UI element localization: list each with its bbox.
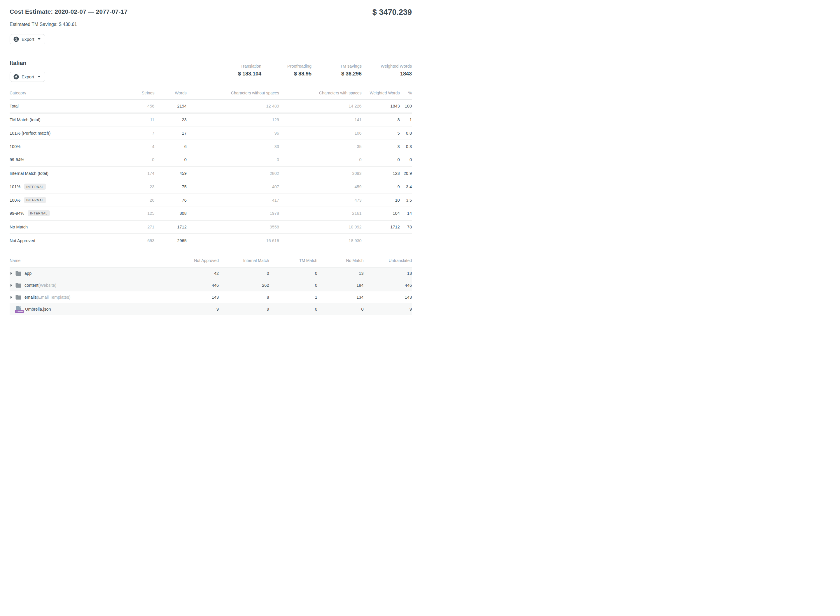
percent-cell: 0.8 [400,126,412,140]
name-cell: JSON Umbrella.json [10,303,162,315]
name-cell: content(Website) [10,279,162,291]
strings-cell: 0 [118,153,154,167]
col-header-percent: % [400,88,412,100]
percent-cell: 1 [400,113,412,126]
language-stats: Translation $ 183.104 Proofreading $ 88.… [230,60,412,77]
percent-cell: 0 [400,153,412,167]
report-header: Cost Estimate: 2020-02-07 — 2077-07-17 $… [10,0,412,17]
no-match-cell: 184 [317,279,364,291]
words-cell: 2965 [154,234,186,247]
expand-arrow-icon[interactable] [10,296,12,299]
chars-spaces-cell: 18 930 [279,234,362,247]
col-header-strings: Strings [118,88,154,100]
table-row: Not Approved 653 2965 16 616 18 930 — — [10,234,412,247]
category-table-header-row: Category Strings Words Characters withou… [10,88,412,100]
weighted-cell: 123 [362,167,400,180]
weighted-cell: 1712 [362,220,400,234]
col-header-internal-match: Internal Match [219,256,269,267]
category-cell: 101%INTERNAL [10,180,118,194]
file-name: content [25,283,38,287]
chevron-down-icon [38,76,41,78]
expand-arrow-icon[interactable] [10,272,12,275]
language-export-button[interactable]: Export [10,72,45,82]
words-cell: 0 [154,153,186,167]
folder-icon [15,283,22,288]
stat-value: $ 36.296 [330,71,362,77]
category-cell: Not Approved [10,234,118,247]
expand-arrow-icon[interactable] [10,284,12,287]
words-cell: 2194 [154,100,186,113]
export-button[interactable]: Export [10,34,45,44]
weighted-cell: 3 [362,140,400,153]
chars-no-spaces-cell: 0 [187,153,279,167]
words-cell: 308 [154,207,186,220]
not-approved-cell: 9 [162,303,219,315]
tm-match-cell: 0 [269,303,317,315]
percent-cell: 14 [400,207,412,220]
stat-proofreading: Proofreading $ 88.95 [280,64,312,77]
strings-cell: 26 [118,194,154,207]
percent-cell: 3.5 [400,194,412,207]
stat-label: Translation [230,64,261,69]
chars-spaces-cell: 10 992 [279,220,362,234]
category-cell: 100% [10,140,118,153]
chars-no-spaces-cell: 96 [187,126,279,140]
no-match-cell: 13 [317,267,364,279]
category-label: 99-94% [10,211,24,216]
chars-no-spaces-cell: 9558 [187,220,279,234]
page-title: Cost Estimate: 2020-02-07 — 2077-07-17 [10,8,128,15]
language-section-header: Italian Export Translation $ 183.104 [10,60,412,82]
col-header-category: Category [10,88,118,100]
table-row: 101%INTERNAL 23 75 407 459 9 3.4 [10,180,412,194]
internal-match-cell: 0 [219,267,269,279]
file-row-app[interactable]: app 42 0 0 13 13 [10,267,412,279]
not-approved-cell: 446 [162,279,219,291]
strings-cell: 174 [118,167,154,180]
chars-no-spaces-cell: 129 [187,113,279,126]
cost-estimate-page: Cost Estimate: 2020-02-07 — 2077-07-17 $… [0,0,420,315]
percent-cell: 20.9 [400,167,412,180]
strings-cell: 4 [118,140,154,153]
table-row: TM Match (total) 11 23 129 141 8 1 [10,113,412,126]
name-cell: emails(Email Templates) [10,291,162,303]
download-icon [13,74,19,79]
internal-match-cell: 262 [219,279,269,291]
internal-match-cell: 8 [219,291,269,303]
category-cell: Total [10,100,118,113]
col-header-name: Name [10,256,162,267]
file-row-umbrella-json[interactable]: JSON Umbrella.json 9 9 0 0 9 [10,303,412,315]
weighted-cell: — [362,234,400,247]
table-row: 99-94%INTERNAL 125 308 1978 2161 104 14 [10,207,412,220]
weighted-cell: 8 [362,113,400,126]
tm-match-cell: 1 [269,291,317,303]
category-label: 101% [10,185,21,189]
json-file-icon: JSON [16,306,22,312]
untranslated-cell: 446 [364,279,412,291]
words-cell: 75 [154,180,186,194]
file-suffix: (Email Templates) [37,295,71,299]
strings-cell: 125 [118,207,154,220]
strings-cell: 456 [118,100,154,113]
chars-spaces-cell: 14 226 [279,100,362,113]
col-header-tm-match: TM Match [269,256,317,267]
untranslated-cell: 9 [364,303,412,315]
language-title-block: Italian Export [10,60,45,82]
not-approved-cell: 143 [162,291,219,303]
file-row-emails[interactable]: emails(Email Templates) 143 8 1 134 143 [10,291,412,303]
name-cell: app [10,267,162,279]
download-icon [13,37,19,42]
percent-cell: 3.4 [400,180,412,194]
internal-match-cell: 9 [219,303,269,315]
stat-translation: Translation $ 183.104 [230,64,261,77]
untranslated-cell: 143 [364,291,412,303]
table-row: Total 456 2194 12 489 14 226 1843 100 [10,100,412,113]
file-row-content[interactable]: content(Website) 446 262 0 184 446 [10,279,412,291]
table-row: 101% (Perfect match) 7 17 96 106 5 0.8 [10,126,412,140]
tm-match-cell: 0 [269,267,317,279]
chars-no-spaces-cell: 407 [187,180,279,194]
file-suffix: (Website) [38,283,57,287]
table-row: Internal Match (total) 174 459 2802 3093… [10,167,412,180]
chars-spaces-cell: 473 [279,194,362,207]
chars-no-spaces-cell: 12 489 [187,100,279,113]
file-name: Umbrella.json [25,307,51,311]
